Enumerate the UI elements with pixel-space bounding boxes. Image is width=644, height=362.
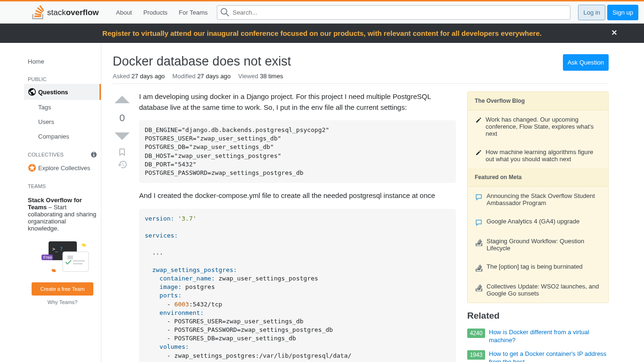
svg-rect-5 [67,255,73,259]
search-icon [221,8,229,16]
main-container: Home PUBLIC Questions Tags Users Compani… [24,43,620,362]
nav-explore-collectives[interactable]: Explore Collectives [24,160,101,176]
collectives-label: COLLECTIVES [28,152,64,157]
bookmark-icon[interactable] [118,148,126,156]
related-score: 4240 [467,329,485,338]
question-header: Docker database does not exist Ask Quest… [113,54,609,73]
so-mini-icon [475,264,483,272]
content: Docker database does not exist Ask Quest… [101,43,620,362]
globe-icon [28,88,36,96]
meta-item[interactable]: Announcing the Stack Overflow Student Am… [468,187,608,212]
post-body: I am developing using docker in a Django… [139,91,456,362]
downvote-button[interactable] [114,127,131,144]
question-title: Docker database does not exist [113,54,291,69]
meta-viewed: Viewed 38 times [238,73,283,80]
nav-products[interactable]: Products [138,6,173,19]
nav-about[interactable]: About [110,6,138,19]
svg-rect-6 [73,260,85,262]
vote-count: 0 [119,112,125,123]
login-button[interactable]: Log in [578,5,605,20]
related-item: 4240 How is Docker different from a virt… [467,329,609,345]
topbar: stackoverflow About Products For Teams L… [0,1,644,24]
search-input[interactable] [217,5,570,20]
pencil-icon [475,117,482,123]
meta-item[interactable]: Staging Ground Workflow: Question Lifecy… [468,232,608,257]
svg-text:?: ? [60,247,63,252]
svg-text:>_: >_ [52,247,58,252]
meta-link-1[interactable]: Announcing the Stack Overflow Student Am… [487,192,601,206]
blog-item[interactable]: How machine learning algorithms figure o… [468,143,608,168]
nav-tags[interactable]: Tags [24,100,101,115]
nav-home[interactable]: Home [24,54,101,69]
meta-item[interactable]: Google Analytics 4 (GA4) upgrade [468,212,608,232]
code-block-env: DB_ENGINE="django.db.backends.postgresql… [139,120,456,183]
banner-link[interactable]: Register to virtually attend our inaugur… [102,29,542,37]
speech-bubble-icon [475,193,483,201]
related-link[interactable]: How is Docker different from a virtual m… [489,329,609,345]
meta-item[interactable]: The [option] tag is being burninated [468,257,608,277]
nav-header-teams: TEAMS [24,176,101,191]
post-layout: 0 I am developing using docker in a Djan… [113,91,456,362]
nav-for-teams[interactable]: For Teams [173,6,213,19]
meta-asked: Asked 27 days ago [113,73,165,80]
body-paragraph-2: And I created the docker-compose.yml fil… [139,190,456,201]
pencil-icon [475,149,482,156]
meta-modified[interactable]: Modified 27 days ago [173,73,231,80]
nav-questions-label: Questions [38,89,68,96]
svg-rect-7 [73,263,83,264]
left-sidebar: Home PUBLIC Questions Tags Users Compani… [24,43,101,362]
banner-close-button[interactable] [611,28,618,38]
logo-link[interactable]: stackoverflow [28,1,107,23]
star-burst-icon [28,164,36,172]
upvote-button[interactable] [114,91,131,108]
related-header: Related [467,311,609,321]
nav-header-public: PUBLIC [24,69,101,84]
blog-link-1[interactable]: Work has changed. Our upcoming conferenc… [486,116,601,137]
nav-users[interactable]: Users [24,115,101,129]
create-team-button[interactable]: Create a free Team [32,282,93,296]
related-item: 1943 How to get a Docker container's IP … [467,350,609,362]
announcement-banner: Register to virtually attend our inaugur… [0,24,644,43]
close-icon [611,29,618,36]
blog-header: The Overflow Blog [468,92,608,110]
nav-questions[interactable]: Questions [24,84,101,100]
body-paragraph-1: I am developing using docker in a Django… [139,91,456,113]
info-icon[interactable] [91,151,97,158]
teams-promo-graphic: >_ ? Free [28,238,97,277]
right-sidebar: The Overflow Blog Work has changed. Our … [467,91,609,362]
blog-item[interactable]: Work has changed. Our upcoming conferenc… [468,110,608,143]
meta-link-5[interactable]: Collectives Update: WSO2 launches, and G… [487,283,601,297]
blog-link-2[interactable]: How machine learning algorithms figure o… [486,148,601,163]
meta-item[interactable]: Collectives Update: WSO2 launches, and G… [468,277,608,303]
svg-text:stackoverflow: stackoverflow [47,8,99,17]
svg-text:Free: Free [43,255,52,260]
vote-cell: 0 [113,91,132,362]
ask-question-button[interactable]: Ask Question [563,54,609,71]
main-row: 0 I am developing using docker in a Djan… [113,91,609,362]
teams-promo: Stack Overflow for Teams – Start collabo… [24,191,101,311]
meta-link-3[interactable]: Staging Ground Workflow: Question Lifecy… [487,238,601,252]
explore-label: Explore Collectives [38,165,91,172]
sidebar-widget: The Overflow Blog Work has changed. Our … [467,91,609,303]
nav-companies[interactable]: Companies [24,129,101,144]
stackoverflow-logo-icon: stackoverflow [32,5,103,19]
speech-bubble-icon [475,219,483,226]
related-link[interactable]: How to get a Docker container's IP addre… [489,350,609,362]
why-teams-link[interactable]: Why Teams? [28,299,97,305]
related-score: 1943 [467,350,485,360]
meta-header: Featured on Meta [468,168,608,187]
nav-header-collectives: COLLECTIVES [24,144,101,160]
meta-link-2[interactable]: Google Analytics 4 (GA4) upgrade [487,218,579,226]
meta-link-4[interactable]: The [option] tag is being burninated [487,263,583,272]
so-mini-icon [475,239,483,246]
top-nav-items: About Products For Teams [110,6,213,19]
search-wrap [217,5,570,20]
auth-buttons: Log in Sign up [578,5,638,20]
question-meta: Asked 27 days ago Modified 27 days ago V… [113,73,609,84]
so-mini-icon [475,284,483,291]
history-icon[interactable] [118,160,127,169]
code-block-compose: version: '3.7' services: ... zwap_settin… [139,209,456,362]
signup-button[interactable]: Sign up [607,5,638,20]
left-nav: Home PUBLIC Questions Tags Users Compani… [24,54,101,311]
